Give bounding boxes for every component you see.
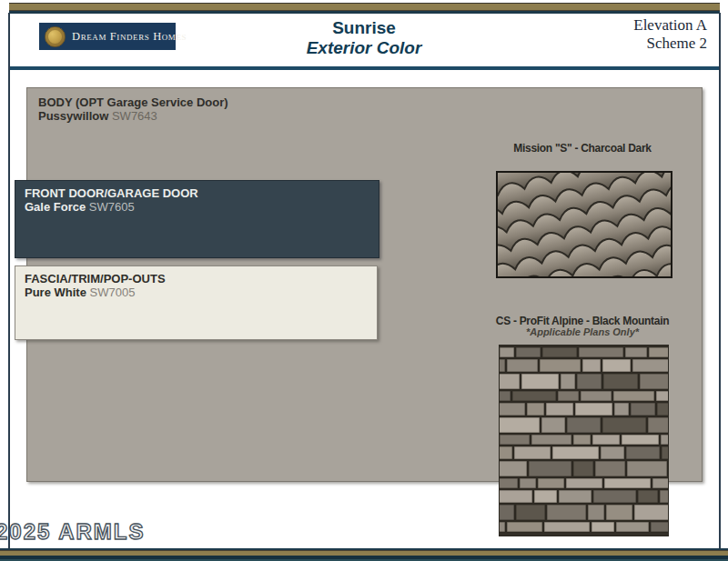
fascia-swatch-label: FASCIA/TRIM/POP-OUTS Pure White SW7005 (15, 266, 377, 299)
armls-watermark: 2025 ARMLS (0, 519, 146, 545)
dfh-logo-seal-icon (45, 26, 66, 47)
header-divider (10, 66, 719, 70)
body-swatch-title: BODY (OPT Garage Service Door) (38, 95, 702, 109)
stone-veneer-label: CS - ProFit Alpine - Black Mountain (473, 315, 692, 327)
sheet-subtitle: Exterior Color (237, 38, 491, 58)
fascia-color-code: SW7005 (90, 286, 136, 299)
page-border-left (8, 13, 10, 548)
top-border-stripe (9, 0, 720, 13)
body-color-name: Pussywillow (38, 109, 108, 123)
front-door-swatch-label: FRONT DOOR/GARAGE DOOR Gale Force SW7605 (15, 181, 379, 214)
roof-tile-image (496, 171, 672, 278)
body-swatch-label: BODY (OPT Garage Service Door) Pussywill… (27, 88, 702, 123)
header-titles: Sunrise Exterior Color (237, 18, 491, 58)
color-scheme-sheet: Dream Finders Homes Sunrise Exterior Col… (0, 0, 728, 561)
community-title: Sunrise (237, 18, 491, 38)
fascia-color-name: Pure White (25, 286, 86, 299)
scheme-label: Scheme 2 (633, 35, 707, 53)
elevation-label: Elevation A (633, 16, 707, 35)
roof-tile-label: Mission "S" - Charcoal Dark (473, 142, 692, 155)
front-door-color-name: Gale Force (25, 200, 86, 214)
elevation-block: Elevation A Scheme 2 (633, 16, 707, 53)
page-border-right (719, 13, 721, 548)
front-door-swatch-title: FRONT DOOR/GARAGE DOOR (25, 186, 379, 200)
fascia-swatch-title: FASCIA/TRIM/POP-OUTS (25, 272, 377, 286)
body-color-code: SW7643 (112, 109, 157, 123)
dfh-logo: Dream Finders Homes (39, 23, 176, 50)
bottom-border-stripe (0, 548, 728, 561)
front-door-color-swatch: FRONT DOOR/GARAGE DOOR Gale Force SW7605 (15, 180, 379, 258)
logo-text: Dream Finders Homes (72, 30, 187, 44)
front-door-color-code: SW7605 (89, 200, 135, 214)
stone-veneer-note: *Applicable Plans Only* (473, 326, 692, 337)
stone-veneer-image (499, 345, 669, 536)
fascia-color-swatch: FASCIA/TRIM/POP-OUTS Pure White SW7005 (15, 265, 378, 340)
